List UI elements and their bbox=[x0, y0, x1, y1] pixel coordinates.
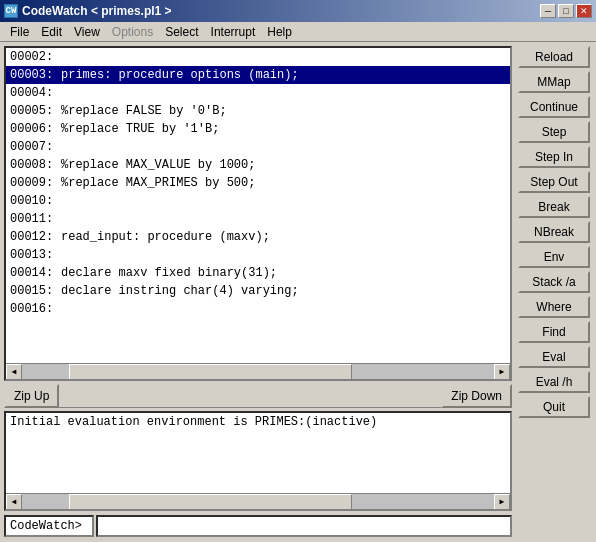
line-number: 00012: bbox=[6, 230, 61, 244]
menu-view[interactable]: View bbox=[68, 24, 106, 40]
zip-spacer bbox=[59, 384, 441, 408]
eval-scroll-area[interactable]: Initial evaluation environment is PRIMES… bbox=[6, 413, 510, 493]
h-scroll-right-btn[interactable]: ▶ bbox=[494, 364, 510, 380]
where-button[interactable]: Where bbox=[518, 296, 590, 318]
table-row[interactable]: 00012: read_input: procedure (maxv); bbox=[6, 228, 510, 246]
table-row[interactable]: 00016: bbox=[6, 300, 510, 318]
code-container: 00002:00003: primes: procedure options (… bbox=[4, 46, 512, 381]
env-button[interactable]: Env bbox=[518, 246, 590, 268]
line-text: %replace TRUE by '1'B; bbox=[61, 122, 219, 136]
table-row[interactable]: 00008: %replace MAX_VALUE by 1000; bbox=[6, 156, 510, 174]
line-number: 00016: bbox=[6, 302, 61, 316]
left-panel: 00002:00003: primes: procedure options (… bbox=[0, 42, 516, 542]
eval-h-scroll-track[interactable] bbox=[22, 494, 494, 510]
app-icon: CW bbox=[4, 4, 18, 18]
table-row[interactable]: 00009: %replace MAX_PRIMES by 500; bbox=[6, 174, 510, 192]
eval-output-container: Initial evaluation environment is PRIMES… bbox=[4, 411, 512, 511]
table-row[interactable]: 00010: bbox=[6, 192, 510, 210]
table-row[interactable]: 00011: bbox=[6, 210, 510, 228]
h-scroll-thumb[interactable] bbox=[69, 364, 352, 380]
mmap-button[interactable]: MMap bbox=[518, 71, 590, 93]
line-number: 00015: bbox=[6, 284, 61, 298]
table-row[interactable]: 00015: declare instring char(4) varying; bbox=[6, 282, 510, 300]
right-panel: ReloadMMapContinueStepStep InStep OutBre… bbox=[516, 42, 596, 542]
maximize-button[interactable]: □ bbox=[558, 4, 574, 18]
title-bar: CW CodeWatch < primes.pl1 > ─ □ ✕ bbox=[0, 0, 596, 22]
code-h-scrollbar[interactable]: ◀ ▶ bbox=[6, 363, 510, 379]
minimize-button[interactable]: ─ bbox=[540, 4, 556, 18]
continue-button[interactable]: Continue bbox=[518, 96, 590, 118]
close-button[interactable]: ✕ bbox=[576, 4, 592, 18]
nbreak-button[interactable]: NBreak bbox=[518, 221, 590, 243]
table-row[interactable]: 00014: declare maxv fixed binary(31); bbox=[6, 264, 510, 282]
stack-a-button[interactable]: Stack /a bbox=[518, 271, 590, 293]
quit-button[interactable]: Quit bbox=[518, 396, 590, 418]
line-number: 00009: bbox=[6, 176, 61, 190]
menu-interrupt[interactable]: Interrupt bbox=[205, 24, 262, 40]
step-in-button[interactable]: Step In bbox=[518, 146, 590, 168]
table-row[interactable]: 00013: bbox=[6, 246, 510, 264]
step-button[interactable]: Step bbox=[518, 121, 590, 143]
eval-h-scroll-left[interactable]: ◀ bbox=[6, 494, 22, 510]
menu-select[interactable]: Select bbox=[159, 24, 204, 40]
menu-edit[interactable]: Edit bbox=[35, 24, 68, 40]
window-controls: ─ □ ✕ bbox=[540, 4, 592, 18]
zip-row: Zip Up Zip Down bbox=[4, 384, 512, 408]
eval-h-button[interactable]: Eval /h bbox=[518, 371, 590, 393]
line-number: 00014: bbox=[6, 266, 61, 280]
line-number: 00005: bbox=[6, 104, 61, 118]
eval-output-text: Initial evaluation environment is PRIMES… bbox=[10, 415, 377, 429]
line-text: %replace MAX_PRIMES by 500; bbox=[61, 176, 255, 190]
main-layout: 00002:00003: primes: procedure options (… bbox=[0, 42, 596, 542]
zip-down-button[interactable]: Zip Down bbox=[441, 384, 512, 408]
table-row[interactable]: 00002: bbox=[6, 48, 510, 66]
h-scroll-track[interactable] bbox=[22, 364, 494, 380]
command-row: CodeWatch> bbox=[4, 514, 512, 538]
table-row[interactable]: 00005: %replace FALSE by '0'B; bbox=[6, 102, 510, 120]
line-number: 00007: bbox=[6, 140, 61, 154]
window-title: CodeWatch < primes.pl1 > bbox=[22, 4, 172, 18]
menu-help[interactable]: Help bbox=[261, 24, 298, 40]
eval-h-scroll-right[interactable]: ▶ bbox=[494, 494, 510, 510]
table-row[interactable]: 00003: primes: procedure options (main); bbox=[6, 66, 510, 84]
zip-up-button[interactable]: Zip Up bbox=[4, 384, 59, 408]
command-input[interactable] bbox=[96, 515, 512, 537]
line-number: 00004: bbox=[6, 86, 61, 100]
line-text: primes: procedure options (main); bbox=[61, 68, 299, 82]
line-text: %replace MAX_VALUE by 1000; bbox=[61, 158, 255, 172]
table-row[interactable]: 00004: bbox=[6, 84, 510, 102]
line-number: 00003: bbox=[6, 68, 61, 82]
code-view[interactable]: 00002:00003: primes: procedure options (… bbox=[6, 48, 510, 363]
table-row[interactable]: 00006: %replace TRUE by '1'B; bbox=[6, 120, 510, 138]
step-out-button[interactable]: Step Out bbox=[518, 171, 590, 193]
menu-file[interactable]: File bbox=[4, 24, 35, 40]
line-number: 00011: bbox=[6, 212, 61, 226]
h-scroll-left-btn[interactable]: ◀ bbox=[6, 364, 22, 380]
line-text: declare instring char(4) varying; bbox=[61, 284, 299, 298]
reload-button[interactable]: Reload bbox=[518, 46, 590, 68]
menu-options[interactable]: Options bbox=[106, 24, 159, 40]
break-button[interactable]: Break bbox=[518, 196, 590, 218]
eval-button[interactable]: Eval bbox=[518, 346, 590, 368]
eval-h-scroll-thumb[interactable] bbox=[69, 494, 352, 510]
table-row[interactable]: 00007: bbox=[6, 138, 510, 156]
find-button[interactable]: Find bbox=[518, 321, 590, 343]
line-number: 00006: bbox=[6, 122, 61, 136]
code-scroll-area: 00002:00003: primes: procedure options (… bbox=[6, 48, 510, 363]
line-number: 00002: bbox=[6, 50, 61, 64]
command-label: CodeWatch> bbox=[4, 515, 94, 537]
line-number: 00010: bbox=[6, 194, 61, 208]
menu-bar: File Edit View Options Select Interrupt … bbox=[0, 22, 596, 42]
eval-h-scrollbar[interactable]: ◀ ▶ bbox=[6, 493, 510, 509]
line-number: 00008: bbox=[6, 158, 61, 172]
line-text: %replace FALSE by '0'B; bbox=[61, 104, 227, 118]
line-text: read_input: procedure (maxv); bbox=[61, 230, 270, 244]
line-number: 00013: bbox=[6, 248, 61, 262]
line-text: declare maxv fixed binary(31); bbox=[61, 266, 277, 280]
